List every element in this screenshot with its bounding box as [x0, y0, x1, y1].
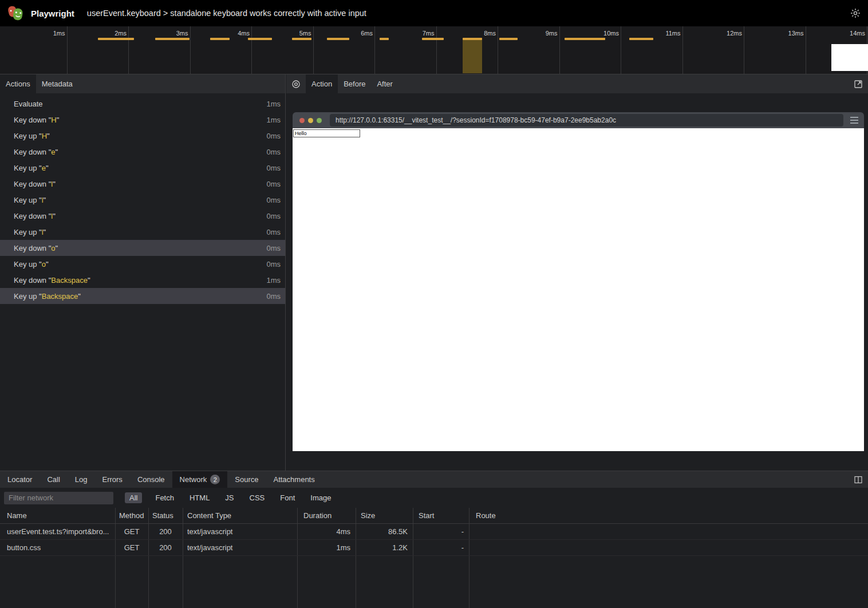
timeline-tick: 1ms [0, 26, 68, 74]
action-label: Key up "e" [14, 164, 49, 172]
timeline-tick: 10ms [560, 26, 622, 74]
snapshot-text-input[interactable] [293, 129, 360, 137]
action-row[interactable]: Key down "e" 0ms [0, 144, 285, 160]
timeline-tick: 12ms [683, 26, 745, 74]
tab-attachments[interactable]: Attachments [266, 471, 322, 488]
filter-network-input[interactable] [4, 492, 113, 504]
tab-locator[interactable]: Locator [0, 471, 40, 488]
filter-chip-css[interactable]: CSS [247, 492, 267, 503]
col-start[interactable]: Start [413, 511, 469, 520]
network-filter-row: All Fetch HTML JS CSS Font Image [0, 488, 868, 508]
action-row[interactable]: Key down "Backspace" 1ms [0, 272, 285, 288]
timeline-tick: 7ms [375, 26, 437, 74]
timeline-action-bar [155, 38, 190, 40]
filter-chip-fetch[interactable]: Fetch [153, 492, 176, 503]
action-row[interactable]: Key down "l" 0ms [0, 176, 285, 192]
timeline-tick: 6ms [314, 26, 376, 74]
tab-action[interactable]: Action [306, 74, 338, 93]
timeline-action-bar [248, 38, 272, 40]
action-row[interactable]: Evaluate 1ms [0, 96, 285, 112]
tab-before[interactable]: Before [338, 74, 371, 93]
col-duration[interactable]: Duration [297, 511, 356, 520]
tab-call[interactable]: Call [40, 471, 67, 488]
action-label: Key up "o" [14, 260, 49, 269]
action-row[interactable]: Key down "l" 0ms [0, 208, 285, 224]
traffic-light-red-icon [299, 118, 305, 123]
action-label: Key down "o" [14, 244, 58, 252]
timeline-action-bar [629, 38, 653, 40]
traffic-light-green-icon [317, 118, 322, 123]
action-value: o [42, 260, 46, 269]
filter-chip-js[interactable]: JS [223, 492, 236, 503]
filter-chip-font[interactable]: Font [278, 492, 297, 503]
action-label: Key up "Backspace" [14, 292, 81, 301]
action-duration: 0ms [266, 164, 281, 172]
browser-snapshot: http://127.0.0.1:63315/__vitest_test__/?… [293, 112, 864, 451]
timeline-tick: 11ms [621, 26, 683, 74]
action-label: Key down "l" [14, 180, 56, 188]
action-row[interactable]: Key up "e" 0ms [0, 160, 285, 176]
timeline-selected-range[interactable] [463, 40, 482, 73]
col-content-type[interactable]: Content Type [183, 511, 297, 520]
timeline-action-bar [422, 38, 444, 40]
action-row[interactable]: Key down "H" 1ms [0, 112, 285, 128]
action-duration: 0ms [266, 132, 281, 140]
settings-gear-icon[interactable] [850, 7, 861, 19]
timeline-tick: 5ms [252, 26, 314, 74]
tab-console[interactable]: Console [130, 471, 172, 488]
action-label: Key down "Backspace" [14, 276, 90, 285]
action-duration: 0ms [266, 244, 281, 252]
col-status[interactable]: Status [148, 511, 183, 520]
network-table: Name Method Status Content Type Duration… [0, 508, 868, 608]
action-duration: 0ms [266, 196, 281, 204]
tab-after[interactable]: After [371, 74, 398, 93]
pick-locator-icon[interactable] [286, 74, 306, 93]
timeline-action-bar [499, 38, 518, 40]
timeline-action-bar [98, 38, 134, 40]
url-text: http://127.0.0.1:63315/__vitest_test__/?… [336, 116, 616, 124]
action-row-hovered[interactable]: Key down "o" 0ms [0, 240, 285, 256]
timeline-film-thumbnail[interactable] [831, 44, 868, 71]
action-duration: 0ms [266, 260, 281, 269]
timeline-tick: 3ms [129, 26, 191, 74]
action-duration: 0ms [266, 292, 281, 301]
filter-chip-all[interactable]: All [125, 492, 142, 503]
tab-log[interactable]: Log [68, 471, 95, 488]
action-duration: 0ms [266, 228, 281, 236]
tab-actions[interactable]: Actions [0, 74, 36, 93]
network-count-badge: 2 [210, 475, 220, 484]
action-row[interactable]: Key up "o" 0ms [0, 256, 285, 272]
action-row[interactable]: Key up "l" 0ms [0, 224, 285, 240]
action-value: e [51, 148, 55, 156]
action-duration: 1ms [266, 100, 281, 108]
action-value: e [42, 164, 46, 172]
action-value: Backspace [42, 292, 78, 301]
snapshot-panel-tabs: Action Before After [286, 74, 868, 93]
action-duration: 1ms [266, 116, 281, 124]
open-external-icon[interactable] [849, 74, 868, 93]
action-label: Key down "e" [14, 148, 58, 156]
action-row-selected[interactable]: Key up "Backspace" 0ms [0, 288, 285, 304]
network-row[interactable]: userEvent.test.ts?import&bro... GET 200 … [0, 524, 868, 540]
col-route[interactable]: Route [469, 511, 868, 520]
tab-network[interactable]: Network 2 [172, 471, 228, 488]
col-size[interactable]: Size [356, 511, 413, 520]
timeline[interactable]: 1ms 2ms 3ms 4ms 5ms 6ms 7ms 8ms 9ms 10ms… [0, 26, 868, 74]
filter-chip-image[interactable]: Image [308, 492, 333, 503]
app-title: Playwright [31, 9, 74, 18]
network-row[interactable]: button.css GET 200 text/javascript 1ms 1… [0, 540, 868, 556]
timeline-action-bar [380, 38, 389, 40]
tab-errors[interactable]: Errors [94, 471, 129, 488]
timeline-action-bar [210, 38, 230, 40]
col-name[interactable]: Name [0, 511, 115, 520]
action-row[interactable]: Key up "l" 0ms [0, 192, 285, 208]
browser-chrome: http://127.0.0.1:63315/__vitest_test__/?… [293, 112, 864, 128]
tab-metadata[interactable]: Metadata [36, 74, 78, 93]
action-duration: 1ms [266, 276, 281, 285]
tab-source[interactable]: Source [227, 471, 266, 488]
action-row[interactable]: Key up "H" 0ms [0, 128, 285, 144]
col-method[interactable]: Method [115, 511, 148, 520]
split-view-icon[interactable] [849, 471, 868, 488]
action-label: Key up "l" [14, 228, 46, 236]
filter-chip-html[interactable]: HTML [187, 492, 212, 503]
